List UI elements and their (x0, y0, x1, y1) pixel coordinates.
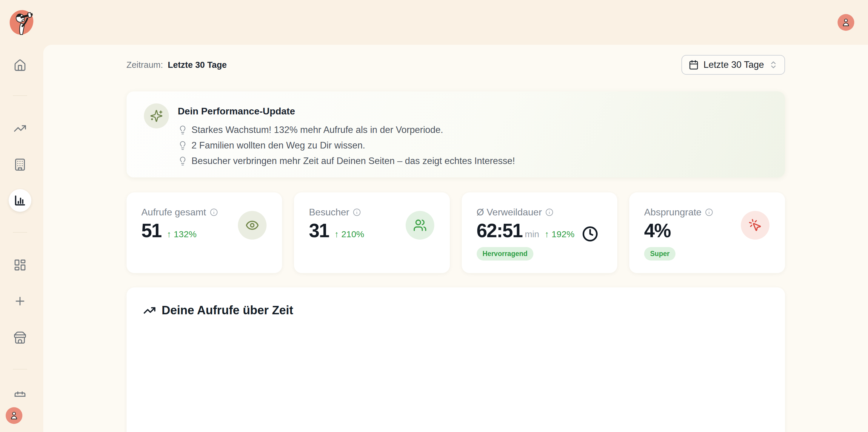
period-label-group: Zeitraum: Letzte 30 Tage (127, 60, 227, 70)
sidebar-item-shop[interactable] (13, 331, 27, 344)
users-bubble (406, 211, 434, 239)
trending-up-icon (13, 122, 27, 135)
sidebar-divider (13, 369, 27, 370)
views-over-time-card: Deine Aufrufe über Zeit (127, 287, 785, 432)
sidebar-item-home[interactable] (13, 59, 27, 72)
status-badge: Hervorragend (477, 247, 534, 260)
stat-card-verweildauer: Ø Verweildauer 62:51 min ↑ 192% Hervorra… (462, 193, 618, 273)
period-row: Zeitraum: Letzte 30 Tage Letzte 30 Tage (127, 55, 785, 75)
lightbulb-icon (178, 141, 187, 150)
stat-value: 31 (309, 220, 329, 241)
performance-update-card: Dein Performance-Update Starkes Wachstum… (127, 91, 785, 177)
insight-tip: 2 Familien wollten den Weg zu Dir wissen… (178, 140, 515, 151)
bar-chart-icon (13, 194, 27, 207)
info-icon[interactable] (353, 208, 361, 216)
stat-unit: min (525, 229, 539, 239)
sidebar-item-company[interactable] (13, 158, 27, 171)
trending-up-icon (143, 304, 156, 317)
sidebar-item-statistics-active[interactable] (9, 189, 31, 212)
cursor-click-icon (748, 219, 762, 232)
store-icon (13, 331, 27, 344)
stat-delta: ↑ 192% (545, 229, 575, 239)
dashboard-grid-icon (13, 258, 27, 271)
clock-icon (582, 226, 598, 242)
insight-tip: Starkes Wachstum! 132% mehr Aufrufe als … (178, 124, 515, 135)
insight-tip-text: Starkes Wachstum! 132% mehr Aufrufe als … (192, 124, 443, 135)
building-icon (13, 158, 27, 171)
period-value: Letzte 30 Tage (168, 60, 227, 69)
plus-icon (13, 294, 27, 308)
content-panel: Zeitraum: Letzte 30 Tage Letzte 30 Tage (43, 45, 868, 432)
insight-tip-text: Besucher verbringen mehr Zeit auf Deinen… (192, 156, 515, 166)
stat-label: Absprungrate (644, 207, 702, 218)
period-select-value: Letzte 30 Tage (704, 59, 764, 70)
sidebar-divider (13, 95, 27, 96)
insight-tip: Besucher verbringen mehr Zeit auf Deinen… (178, 156, 515, 166)
cursor-click-bubble (741, 211, 770, 239)
stat-value: 51 (142, 220, 161, 241)
stat-delta: ↑ 210% (334, 229, 364, 239)
chevrons-up-down-icon (769, 60, 778, 69)
stat-delta: ↑ 132% (167, 229, 197, 239)
status-badge: Super (644, 247, 676, 260)
sparkles-bubble (144, 104, 169, 128)
stat-card-besucher: Besucher 31 ↑ 210% (294, 193, 450, 273)
home-icon (13, 59, 27, 72)
stat-label: Besucher (309, 207, 349, 218)
stat-label-row: Ø Verweildauer (477, 207, 604, 218)
stat-label: Aufrufe gesamt (142, 207, 206, 218)
sparkles-icon (150, 109, 163, 122)
users-icon (413, 219, 427, 232)
eye-bubble (238, 211, 267, 239)
eye-icon (245, 219, 259, 232)
meerkat-binoculars-logo[interactable] (8, 9, 35, 35)
sidebar-item-dashboard[interactable] (13, 258, 27, 271)
chart-title-row: Deine Aufrufe über Zeit (143, 304, 768, 317)
sidebar-divider (13, 232, 27, 233)
info-icon[interactable] (210, 208, 218, 216)
user-icon (841, 18, 851, 27)
insight-tip-text: 2 Familien wollten den Weg zu Dir wissen… (192, 140, 365, 151)
content-inner: Zeitraum: Letzte 30 Tage Letzte 30 Tage (127, 55, 785, 432)
performance-update-title: Dein Performance-Update (178, 106, 515, 117)
period-select-dropdown[interactable]: Letzte 30 Tage (681, 55, 785, 75)
stat-card-absprungrate: Absprungrate 4% Super (629, 193, 785, 273)
info-icon[interactable] (545, 208, 553, 216)
stat-value: 4% (644, 220, 671, 241)
user-icon (9, 411, 19, 420)
sidebar-item-analytics[interactable] (13, 122, 27, 135)
sidebar-avatar-button[interactable] (6, 407, 22, 424)
period-label: Zeitraum: (127, 60, 163, 69)
stats-row: Aufrufe gesamt 51 ↑ 132% (127, 193, 785, 273)
stat-label: Ø Verweildauer (477, 207, 542, 218)
profile-avatar-button[interactable] (838, 14, 854, 31)
stat-value: 62:51 (477, 220, 523, 241)
meerkat-logo-icon (8, 9, 35, 35)
sidebar-item-add[interactable] (13, 294, 27, 308)
sidebar-item-calendar-partial[interactable] (13, 391, 27, 397)
performance-update-body: Dein Performance-Update Starkes Wachstum… (178, 104, 515, 177)
chart-title: Deine Aufrufe über Zeit (162, 304, 293, 317)
info-icon[interactable] (705, 208, 713, 216)
lightbulb-icon (178, 156, 187, 166)
sidebar (0, 45, 43, 432)
calendar-icon (689, 60, 699, 70)
topbar (0, 0, 868, 45)
lightbulb-icon (178, 125, 187, 135)
app-root: Zeitraum: Letzte 30 Tage Letzte 30 Tage (0, 0, 868, 432)
calendar-icon (13, 391, 27, 397)
stat-card-aufrufe: Aufrufe gesamt 51 ↑ 132% (127, 193, 282, 273)
